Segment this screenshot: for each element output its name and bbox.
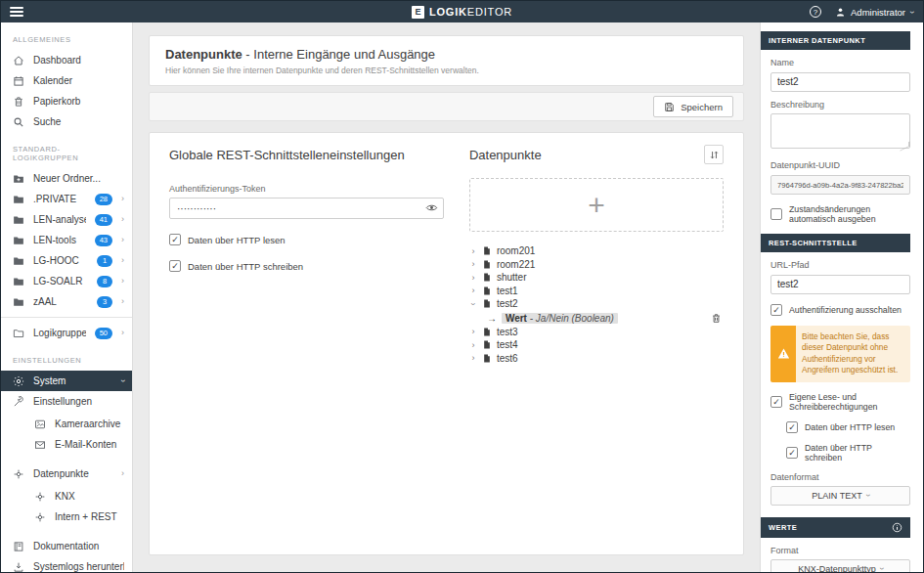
sidebar-item-suche[interactable]: Suche [1,111,132,132]
tree-node-label: test3 [497,327,518,337]
beschreibung-textarea[interactable] [770,113,910,149]
sidebar-item-systemlogs-herunterladen[interactable]: Systemlogs herunterladen [1,556,132,572]
section-header-werte: WERTE [761,517,910,538]
sidebar-item-neuer-ordner[interactable]: Neuer Ordner... [1,168,132,189]
tree-node-label: test1 [497,286,518,296]
sidebar-item-kalender[interactable]: Kalender [1,70,132,91]
properties-panel: INTERNER DATENPUNKT Name Beschreibung Da… [760,22,923,572]
datapoints-heading: Datenpunkte [469,148,542,162]
tree-node-test2[interactable]: ›test2 [469,297,724,311]
sidebar-item-kameraarchive[interactable]: Kameraarchive [1,414,132,434]
sidebar-item-dokumentation[interactable]: Dokumentation [1,536,132,556]
trash-icon [13,96,24,108]
document-icon [482,259,492,270]
uuid-input[interactable] [770,175,910,195]
info-icon[interactable] [892,522,902,533]
auth-token-input[interactable] [169,198,444,219]
name-input[interactable] [770,72,910,92]
tree-node-test1[interactable]: ›test1 [469,285,724,298]
home-icon [13,55,24,66]
delete-icon[interactable] [711,313,722,324]
sidebar-item-einstellungen[interactable]: Einstellungen [1,391,132,412]
tree-node-label: test2 [497,298,518,309]
logo-mark-icon: E [412,6,424,19]
sidebar-item-label: Dashboard [33,55,124,66]
user-menu[interactable]: Administrator › [835,7,913,18]
page-title: Datenpunkte - Interne Eingänge und Ausgä… [165,47,727,62]
sidebar-item-label: Suche [33,116,124,127]
sidebar-item-lg-hooc[interactable]: LG-HOOC1› [1,250,132,271]
sidebar-item-lg-soalr[interactable]: LG-SOALR8› [1,271,132,291]
tree-node-test6[interactable]: ›test6 [469,352,724,366]
beschreibung-label: Beschreibung [770,100,910,110]
sidebar-item-private[interactable]: .PRIVATE28› [1,189,132,209]
auth-off-checkbox[interactable]: ✓ Authentifizierung ausschalten [770,304,910,316]
datapoint-icon [34,511,46,523]
chevron-right-icon: › [121,195,124,203]
chevron-collapsed-icon: › [469,246,477,256]
sidebar-item-knx[interactable]: KNX [1,486,132,507]
chevron-collapsed-icon: › [469,340,477,350]
save-button[interactable]: Speichern [653,96,733,117]
add-datapoint-button[interactable]: + [469,178,724,232]
sidebar-item-dashboard[interactable]: Dashboard [1,50,132,70]
http-read-checkbox[interactable]: ✓ Daten über HTTP lesen [786,421,910,433]
page-header-card: Datenpunkte - Interne Eingänge und Ausgä… [149,35,744,86]
chevron-collapsed-icon: › [469,327,477,336]
book-icon [13,541,24,552]
eye-icon[interactable] [425,201,438,214]
sidebar-item-datenpunkte[interactable]: Datenpunkte› [1,463,132,484]
http-write-checkbox[interactable]: ✓ Daten über HTTP schreiben [786,443,910,463]
checkbox-daten-ber-http-lesen[interactable]: ✓Daten über HTTP lesen [169,234,444,245]
auto-output-checkbox[interactable]: Zustandsänderungen automatisch ausgeben [770,204,910,224]
count-badge: 3 [97,296,112,308]
help-icon[interactable]: ? [810,6,821,18]
tree-child-wert[interactable]: →Wert - Ja/Nein (Boolean) [487,311,724,326]
tree-node-test4[interactable]: ›test4 [469,338,724,352]
tree-node-label: test6 [497,353,518,364]
folder-plus-icon [13,173,24,185]
checkbox-daten-ber-http-schreiben[interactable]: ✓Daten über HTTP schreiben [169,260,444,272]
sidebar-item-label: Logikgruppen [33,328,86,338]
sidebar-item-papierkorb[interactable]: Papierkorb [1,91,132,111]
sidebar-item-label: Kalender [33,75,124,86]
datapoints-panel: Datenpunkte + ›room201›room221›shutter›t… [469,148,724,540]
tree-node-shutter[interactable]: ›shutter [469,271,724,285]
sidebar-item-len-analyse[interactable]: LEN-analyse41› [1,209,132,230]
checkbox-label: Daten über HTTP schreiben [188,261,303,272]
sort-button[interactable] [704,145,724,164]
tree-node-room201[interactable]: ›room201 [469,244,724,258]
tree-node-room221[interactable]: ›room221 [469,258,724,272]
document-icon [482,245,492,256]
chevron-down-icon: › [877,567,886,570]
document-icon [482,339,492,350]
sort-icon [709,150,720,160]
format-dropdown[interactable]: KNX-Datenpunkttyp › [770,559,910,572]
email-icon [34,439,46,451]
sidebar-item-label: KNX [55,491,124,502]
tree-node-test3[interactable]: ›test3 [469,326,724,339]
sidebar-item-intern-rest[interactable]: Intern + REST [1,507,132,527]
image-icon [34,419,46,430]
arrow-right-icon: → [487,313,497,324]
sidebar-item-system[interactable]: System› [1,371,132,391]
datenformat-label: Datenformat [770,472,910,482]
token-label: Authentifizierungs-Token [169,184,444,194]
url-pfad-input[interactable] [770,275,910,294]
tree-child-label: Wert - Ja/Nein (Boolean) [502,313,618,324]
global-rest-settings: Globale REST-Schnittstelleneinstellungen… [169,148,444,540]
datenformat-dropdown[interactable]: PLAIN TEXT › [770,486,910,506]
sidebar-item-len-tools[interactable]: LEN-tools43› [1,230,132,250]
own-permissions-checkbox[interactable]: ✓ Eigene Lese- und Schreibberechtigungen [770,392,910,412]
sidebar-item-logikgruppen[interactable]: Logikgruppen50› [1,323,132,343]
hamburger-menu-icon[interactable] [10,7,23,17]
count-badge: 50 [95,328,112,339]
sidebar-item-label: .PRIVATE [33,194,86,204]
sidebar-item-zaal[interactable]: zAAL3› [1,291,132,312]
wrench-icon [13,396,24,408]
checkbox-label: Daten über HTTP lesen [188,235,286,245]
name-label: Name [770,58,910,67]
sidebar-item-e-mail-konten[interactable]: E-Mail-Konten [1,434,132,455]
chevron-right-icon: › [121,277,124,286]
document-icon [482,272,492,283]
